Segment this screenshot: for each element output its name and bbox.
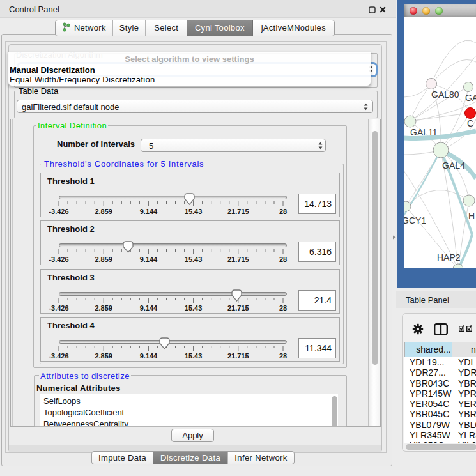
svg-text:GAL11: GAL11	[410, 127, 438, 137]
svg-text:H: H	[468, 211, 475, 221]
svg-text:GAL4: GAL4	[442, 160, 465, 171]
svg-text:HAP2: HAP2	[437, 252, 461, 263]
svg-text:GCY1: GCY1	[404, 215, 426, 226]
svg-text:GAL80: GAL80	[431, 89, 459, 100]
svg-text:GA: GA	[465, 93, 476, 103]
svg-text:C: C	[467, 118, 473, 128]
